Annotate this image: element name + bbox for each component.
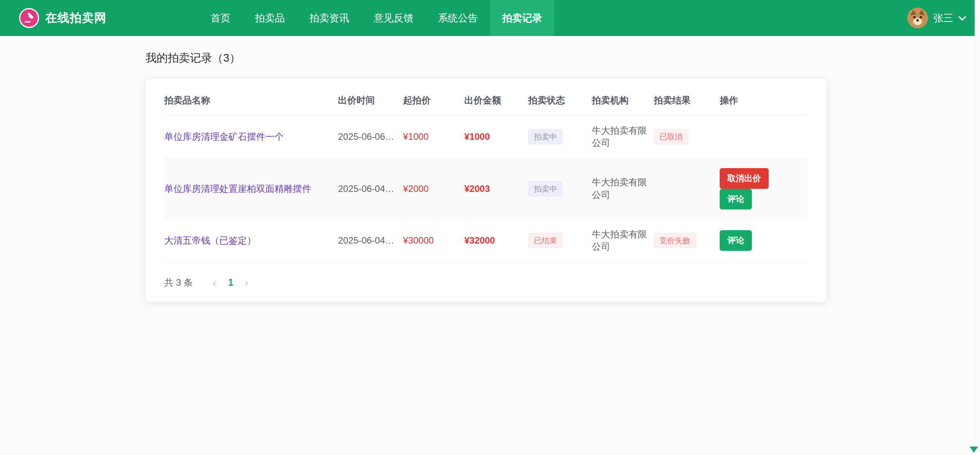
col-bid-time: 出价时间 [338,84,403,115]
nav-item-home[interactable]: 首页 [198,0,243,36]
table-row: 大清五帝钱（已鉴定） 2025-06-04… ¥30000 ¥32000 已结束… [164,219,808,262]
pagination-page-1[interactable]: 1 [223,277,239,288]
status-badge: 拍卖中 [528,129,563,144]
gavel-icon [23,12,35,24]
actions-cell: 取消出价 评论 [720,159,808,219]
pagination-total: 共 3 条 [164,277,193,289]
bid-time: 2025-06-04… [338,219,403,262]
col-actions: 操作 [720,84,808,115]
nav-item-feedback[interactable]: 意见反馈 [361,0,426,36]
scrollbar[interactable] [975,0,980,455]
user-menu[interactable]: 张三 [907,8,964,28]
bid-time: 2025-06-06… [338,115,403,159]
col-status: 拍卖状态 [528,84,592,115]
bid-amount: ¥32000 [464,235,495,246]
table-header-row: 拍卖品名称 出价时间 起拍价 出价金额 拍卖状态 拍卖机构 拍卖结果 操作 [164,84,808,115]
result-cell [654,159,720,219]
comment-button[interactable]: 评论 [720,189,752,209]
result-badge: 已取消 [654,129,688,144]
nav-item-announcements[interactable]: 系统公告 [426,0,490,36]
organization: 牛大拍卖有限公司 [592,115,654,159]
pagination-next-icon[interactable]: › [239,277,255,288]
col-bid-amount: 出价金额 [464,84,528,115]
nav-item-auction-news[interactable]: 拍卖资讯 [297,0,361,36]
nav-item-auction-items[interactable]: 拍卖品 [243,0,297,36]
scroll-down-icon [970,447,978,453]
records-card: 拍卖品名称 出价时间 起拍价 出价金额 拍卖状态 拍卖机构 拍卖结果 操作 单位… [145,79,826,302]
pagination: 共 3 条 ‹ 1 › [164,277,808,289]
user-name: 张三 [933,11,953,25]
main-content: 我的拍卖记录（3） 拍卖品名称 出价时间 起拍价 出价金额 拍卖状态 拍卖机构 … [0,36,980,302]
col-item-name: 拍卖品名称 [164,84,338,115]
item-name-link[interactable]: 单位库房清理金矿石摆件一个 [164,131,284,142]
pagination-prev-icon[interactable]: ‹ [207,277,223,288]
user-avatar [907,8,928,28]
organization: 牛大拍卖有限公司 [592,159,654,219]
logo [19,8,39,28]
chevron-down-icon [959,13,966,21]
col-start-price: 起拍价 [403,84,464,115]
nav-item-auction-records[interactable]: 拍卖记录 [490,0,554,36]
item-name-link[interactable]: 单位库房清理处置崖柏双面精雕摆件 [164,183,311,194]
table-row: 单位库房清理处置崖柏双面精雕摆件 2025-06-04… ¥2000 ¥2003… [164,159,808,219]
item-name-link[interactable]: 大清五帝钱（已鉴定） [164,235,256,246]
comment-button[interactable]: 评论 [720,230,752,251]
status-badge: 拍卖中 [528,181,563,196]
bid-time: 2025-06-04… [338,159,403,219]
bid-amount: ¥2003 [464,183,490,194]
organization: 牛大拍卖有限公司 [592,219,654,262]
start-price: ¥1000 [403,131,429,142]
table-row: 单位库房清理金矿石摆件一个 2025-06-06… ¥1000 ¥1000 拍卖… [164,115,808,159]
top-navbar: 在线拍卖网 首页 拍卖品 拍卖资讯 意见反馈 系统公告 拍卖记录 张三 [0,0,980,36]
col-result: 拍卖结果 [654,84,720,115]
site-title: 在线拍卖网 [45,10,106,26]
start-price: ¥2000 [403,183,429,194]
cancel-bid-button[interactable]: 取消出价 [720,168,769,189]
page-title: 我的拍卖记录（3） [145,51,980,66]
actions-cell [720,115,808,159]
col-organization: 拍卖机构 [592,84,654,115]
result-badge: 竞价失败 [654,233,696,248]
records-table: 拍卖品名称 出价时间 起拍价 出价金额 拍卖状态 拍卖机构 拍卖结果 操作 单位… [164,84,808,263]
bid-amount: ¥1000 [464,131,490,142]
main-nav: 首页 拍卖品 拍卖资讯 意见反馈 系统公告 拍卖记录 [198,0,554,36]
start-price: ¥30000 [403,235,434,246]
brand[interactable]: 在线拍卖网 [19,8,106,28]
status-badge: 已结束 [528,233,563,248]
actions-cell: 评论 [720,219,808,262]
